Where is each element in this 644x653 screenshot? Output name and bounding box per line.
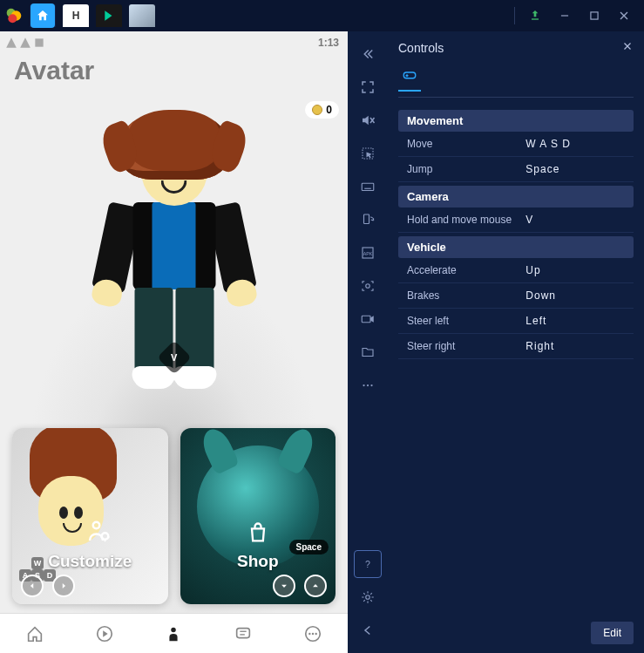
svg-rect-11 (237, 628, 250, 637)
nav-home-icon[interactable] (25, 624, 44, 643)
keyboard-icon[interactable] (354, 173, 382, 201)
control-row-value: Right (525, 340, 625, 352)
svg-rect-3 (532, 18, 539, 19)
control-row-value: Up (525, 264, 625, 276)
control-row-value: Down (525, 289, 625, 302)
coin-icon (312, 105, 322, 115)
control-row: BrakesDown (398, 283, 634, 309)
upload-icon[interactable] (520, 3, 550, 29)
control-row-label: Brakes (407, 289, 525, 302)
control-row: Steer rightRight (398, 334, 634, 359)
control-row-label: Move (407, 138, 525, 150)
shop-label: Shop (180, 552, 336, 571)
tab-game[interactable] (129, 4, 155, 27)
shop-bag-icon (246, 520, 270, 548)
svg-rect-6 (35, 38, 43, 46)
control-row-value: V (525, 214, 625, 226)
control-row: AccelerateUp (398, 258, 634, 283)
tab-h[interactable]: H (63, 4, 89, 27)
rotate-icon[interactable] (354, 206, 382, 234)
control-row-label: Hold and move mouse (407, 214, 525, 226)
bluestacks-logo-icon (5, 7, 23, 24)
next-button[interactable] (52, 575, 75, 597)
svg-point-28 (370, 384, 372, 386)
screenshot-icon[interactable] (354, 272, 382, 300)
svg-point-8 (102, 533, 109, 540)
svg-point-16 (312, 632, 314, 634)
control-row: JumpSpace (398, 157, 634, 182)
settings-gear-icon[interactable] (354, 583, 382, 611)
control-row-label: Steer right (407, 340, 525, 352)
page-title: Avatar (14, 56, 94, 85)
control-section-header: Camera (398, 186, 634, 207)
tab-playstore[interactable] (96, 4, 122, 27)
help-icon[interactable]: ? (354, 550, 382, 578)
control-section-header: Movement (398, 110, 634, 132)
svg-rect-5 (591, 12, 598, 19)
maximize-button[interactable] (580, 3, 609, 29)
nav-play-icon[interactable] (95, 624, 114, 643)
currency-value: 0 (326, 104, 332, 116)
svg-text:?: ? (365, 559, 370, 569)
svg-point-7 (93, 522, 100, 529)
back-arrow-icon[interactable] (354, 616, 382, 644)
control-row-value: Space (525, 163, 625, 175)
fullscreen-icon[interactable] (354, 73, 382, 101)
collapse-sidebar-icon[interactable] (354, 40, 382, 68)
titlebar: H (0, 0, 644, 31)
svg-rect-25 (362, 316, 370, 323)
control-row: Steer leftLeft (398, 309, 634, 334)
cursor-select-icon[interactable] (354, 139, 382, 167)
control-section-header: Vehicle (398, 236, 634, 258)
up-button[interactable] (304, 575, 327, 597)
customize-card[interactable]: W A S D Customize (12, 428, 168, 604)
currency-badge[interactable]: 0 (305, 101, 339, 119)
panel-tab-gamepad-icon[interactable] (398, 64, 421, 92)
controls-panel: Controls MovementMoveW A S DJumpSpaceCam… (388, 31, 644, 653)
shop-card[interactable]: Space Shop (180, 428, 336, 604)
nav-chat-icon[interactable] (234, 624, 253, 643)
edit-button[interactable]: Edit (591, 622, 634, 644)
svg-point-26 (363, 384, 364, 386)
avatar-figure: V (78, 84, 270, 415)
minimize-button[interactable] (550, 3, 580, 29)
status-time: 1:13 (318, 37, 339, 49)
control-row-value: Left (525, 315, 625, 327)
nav-avatar-icon[interactable] (164, 624, 183, 643)
record-icon[interactable] (354, 305, 382, 333)
close-window-button[interactable] (609, 3, 639, 29)
svg-point-2 (8, 14, 17, 23)
tab-home[interactable] (30, 4, 56, 27)
folder-icon[interactable] (354, 338, 382, 366)
svg-rect-19 (362, 183, 374, 190)
customize-label: Customize (12, 552, 168, 571)
control-row-label: Accelerate (407, 264, 525, 276)
volume-mute-icon[interactable] (354, 106, 382, 134)
android-status-icons (5, 37, 45, 49)
svg-point-27 (367, 384, 369, 386)
nav-more-icon[interactable] (303, 624, 322, 643)
control-row-value: W A S D (525, 138, 625, 150)
prev-button[interactable] (21, 575, 44, 597)
svg-point-17 (315, 632, 317, 634)
bottom-nav (0, 613, 348, 653)
svg-point-15 (308, 632, 310, 634)
control-row: Hold and move mouseV (398, 207, 634, 233)
control-row-label: Steer left (407, 315, 525, 327)
svg-rect-4 (561, 15, 568, 16)
apk-install-icon[interactable]: APK (354, 239, 382, 267)
side-toolbar: APK ? (348, 31, 388, 653)
svg-point-30 (366, 595, 370, 600)
svg-rect-31 (403, 72, 416, 78)
customize-icon (85, 519, 112, 548)
down-button[interactable] (273, 575, 295, 597)
close-panel-icon[interactable] (621, 40, 634, 55)
svg-point-10 (172, 627, 177, 632)
svg-text:APK: APK (363, 251, 373, 256)
controls-panel-title: Controls (398, 41, 444, 55)
svg-point-24 (366, 284, 370, 289)
more-tools-icon[interactable] (354, 371, 382, 399)
svg-rect-21 (364, 214, 369, 224)
control-row-label: Jump (407, 163, 525, 175)
control-row: MoveW A S D (398, 132, 634, 157)
